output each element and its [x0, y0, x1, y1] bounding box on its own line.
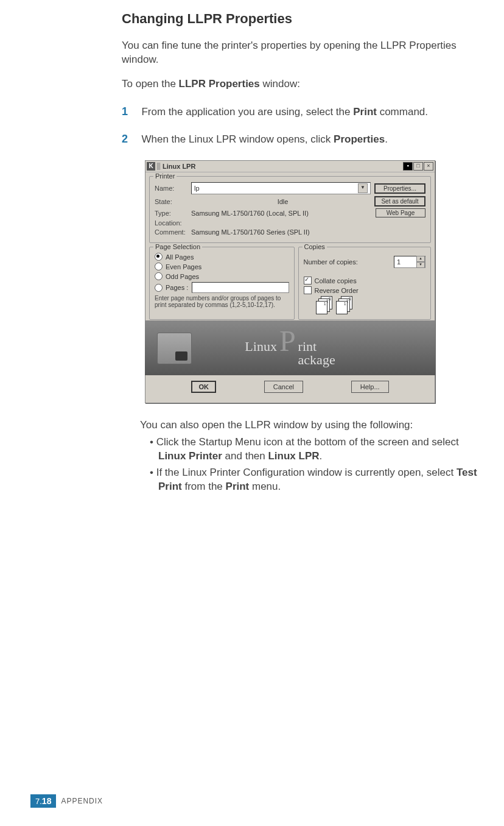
reverse-label: Reverse Order: [315, 287, 359, 294]
step2-text: When the Linux LPR window opens, click P…: [141, 133, 484, 147]
banner-linux: Linux: [245, 339, 277, 355]
name-label: Name:: [155, 185, 191, 192]
step1-a: From the application you are using, sele…: [141, 106, 353, 118]
printer-icon: [157, 333, 192, 364]
collate-label: Collate copies: [315, 277, 357, 284]
page-selection-title: Page Selection: [153, 243, 202, 250]
page-heading: Changing LLPR Properties: [122, 11, 486, 27]
chapter-number: 7.: [35, 797, 42, 806]
grip-icon: [157, 163, 161, 170]
name-combo[interactable]: lp ▼: [191, 182, 371, 194]
step2-number: 2: [122, 133, 139, 146]
bullet-1: • Click the Startup Menu icon at the bot…: [140, 436, 486, 464]
banner-ackage: ackage: [298, 353, 335, 367]
step-2: 2 When the Linux LPR window opens, click…: [122, 133, 486, 147]
web-page-button[interactable]: Web Page: [376, 208, 425, 217]
step2-c: .: [385, 133, 388, 145]
pages-input[interactable]: [192, 282, 289, 293]
kde-icon: K: [147, 162, 155, 171]
state-value: Idle: [191, 198, 374, 205]
banner-rint: rint: [298, 340, 335, 353]
collate-checkbox[interactable]: [304, 277, 312, 284]
intro-paragraph: You can fine tune the printer's properti…: [122, 39, 486, 67]
copies-title: Copies: [303, 243, 327, 250]
printer-group-title: Printer: [153, 172, 177, 180]
step1-number: 1: [122, 105, 139, 118]
titlebar[interactable]: K Linux LPR ▪ □ ×: [145, 161, 435, 172]
bul2-d: Print: [226, 481, 250, 492]
intro2-a: To open the: [122, 78, 179, 90]
properties-button[interactable]: Properties...: [374, 183, 425, 194]
intro-open: To open the LLPR Properties window:: [122, 78, 486, 90]
collate-preview: 321 321: [316, 296, 425, 314]
comment-value: Samsung ML-1750/1760 Series (SPL II): [191, 228, 425, 236]
radio-pages[interactable]: [155, 284, 163, 292]
printer-group: Printer Name: lp ▼ Properties... State: …: [149, 176, 431, 243]
cancel-button[interactable]: Cancel: [264, 381, 303, 393]
step1-c: command.: [377, 106, 428, 118]
location-label: Location:: [155, 219, 191, 227]
bul1-e: .: [320, 450, 323, 462]
window-title: Linux LPR: [163, 163, 402, 170]
spin-up-icon[interactable]: ▲: [416, 256, 425, 262]
page-badge: 7.18: [30, 794, 56, 808]
bul2-e: menu.: [249, 481, 281, 492]
radio-even-pages[interactable]: [155, 263, 163, 270]
banner: Linux P rint ackage: [145, 320, 435, 375]
intro2-b: LLPR Properties: [179, 78, 260, 90]
radio-odd-pages[interactable]: [155, 272, 163, 280]
num-copies-spinner[interactable]: 1 ▲▼: [394, 256, 425, 268]
footer: 7.18 APPENDIX: [30, 794, 103, 808]
state-label: State:: [155, 198, 191, 205]
copies-group: Copies Number of copies: 1 ▲▼ Collate co…: [298, 247, 431, 320]
num-copies-label: Number of copies:: [304, 258, 358, 266]
footer-label: APPENDIX: [61, 797, 103, 805]
bul2-a: • If the Linux Printer Configuration win…: [150, 467, 457, 478]
bul1-b: Linux Printer: [158, 450, 222, 462]
banner-p-icon: P: [279, 330, 296, 353]
step1-b: Print: [353, 106, 377, 118]
all-pages-label: All Pages: [166, 253, 194, 261]
close-icon[interactable]: ×: [424, 162, 433, 171]
after-text: You can also open the LLPR window by usi…: [140, 418, 486, 432]
type-label: Type:: [155, 210, 191, 217]
page-selection-group: Page Selection All Pages Even Pages Odd …: [149, 247, 295, 320]
type-value: Samsung ML-1750/1760 (Local, SPL II): [191, 210, 376, 217]
set-default-button[interactable]: Set as default: [374, 196, 425, 206]
banner-group: Linux P rint ackage: [149, 323, 431, 371]
comment-label: Comment:: [155, 228, 191, 236]
ok-button[interactable]: OK: [191, 381, 216, 393]
page-number: 18: [42, 796, 52, 806]
spin-down-icon[interactable]: ▼: [416, 262, 425, 268]
odd-pages-label: Odd Pages: [166, 273, 199, 280]
intro2-c: window:: [260, 78, 300, 90]
maximize-icon[interactable]: □: [413, 162, 423, 171]
bullet-2: • If the Linux Printer Configuration win…: [140, 466, 486, 494]
bul1-a: • Click the Startup Menu icon at the bot…: [150, 436, 459, 448]
pages-label: Pages :: [166, 284, 188, 291]
step2-b: Properties: [334, 133, 385, 145]
radio-all-pages[interactable]: [155, 253, 163, 261]
minimize-icon[interactable]: ▪: [403, 162, 413, 171]
name-value: lp: [194, 185, 200, 192]
even-pages-label: Even Pages: [166, 263, 201, 270]
step1-text: From the application you are using, sele…: [141, 105, 484, 119]
linux-lpr-window: K Linux LPR ▪ □ × Printer Name: lp ▼ Pro…: [145, 160, 435, 403]
step2-a: When the Linux LPR window opens, click: [141, 133, 334, 145]
bul1-d: Linux LPR: [268, 450, 319, 462]
bul2-c: from the: [182, 481, 226, 492]
pages-hint: Enter page numbers and/or groups of page…: [155, 295, 289, 308]
chevron-down-icon[interactable]: ▼: [358, 183, 368, 193]
help-button[interactable]: Help...: [351, 381, 389, 393]
num-copies-value: 1: [394, 258, 416, 266]
bul1-c: and then: [222, 450, 268, 462]
step-1: 1 From the application you are using, se…: [122, 105, 486, 119]
reverse-checkbox[interactable]: [304, 286, 312, 294]
